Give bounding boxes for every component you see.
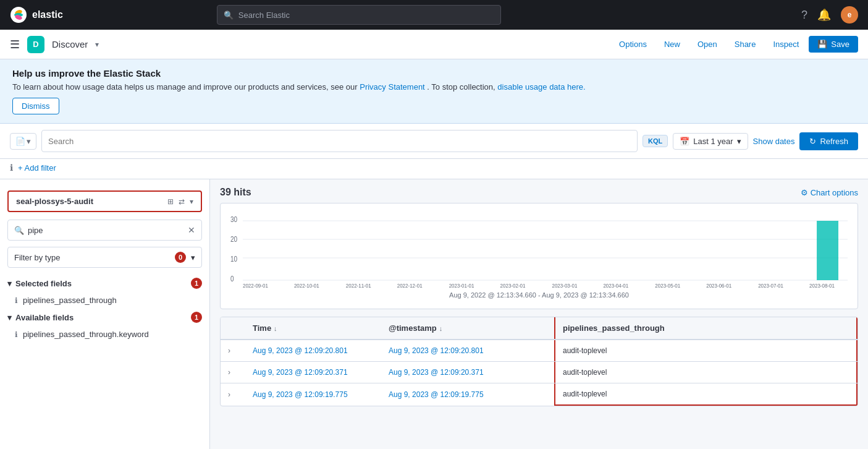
- field-search-wrapper[interactable]: 🔍 ✕: [7, 220, 202, 241]
- inspect-button[interactable]: Inspect: [765, 36, 806, 53]
- filter-type-count-badge: 0: [175, 252, 186, 263]
- query-language-selector[interactable]: 📄 ▾: [10, 133, 36, 150]
- time-value[interactable]: Aug 9, 2023 @ 12:09:20.371: [253, 368, 348, 377]
- chevron-down-icon: ▾: [27, 137, 31, 146]
- top-navigation: elastic 🔍 Search Elastic ? 🔔 e: [0, 0, 868, 30]
- svg-rect-12: [817, 221, 838, 280]
- available-fields-count-badge: 1: [191, 312, 202, 323]
- chevron-down-icon[interactable]: ▾: [190, 197, 193, 206]
- hits-count: 39 hits: [220, 187, 251, 198]
- available-fields-collapse-icon: ▾: [7, 313, 12, 322]
- td-expand[interactable]: ›: [221, 383, 245, 406]
- histogram-chart: 30 20 10 0 2022-09-01 2022-10-01 2022-11…: [220, 203, 858, 309]
- td-time: Aug 9, 2023 @ 12:09:20.371: [245, 362, 381, 383]
- td-time: Aug 9, 2023 @ 12:09:19.775: [245, 383, 381, 406]
- discover-label: Discover: [52, 39, 88, 49]
- filter-row: ℹ + Add filter: [0, 159, 868, 179]
- svg-text:2023-07-01: 2023-07-01: [758, 282, 783, 288]
- available-fields-section-header[interactable]: ▾ Available fields 1: [0, 308, 209, 327]
- improvement-banner: Help us improve the Elastic Stack To lea…: [0, 59, 868, 124]
- timestamp-sort-icon[interactable]: ↓: [439, 325, 443, 332]
- timestamp-value[interactable]: Aug 9, 2023 @ 12:09:19.775: [389, 390, 484, 399]
- field-info-icon: ℹ: [15, 330, 18, 339]
- pipelines-column-label: pipelines_passed_through: [563, 323, 665, 333]
- refresh-button[interactable]: ↻ Refresh: [799, 132, 858, 150]
- table-row: › Aug 9, 2023 @ 12:09:19.775 Aug 9, 2023…: [221, 383, 857, 406]
- banner-text: To learn about how usage data helps us m…: [12, 82, 856, 92]
- td-expand[interactable]: ›: [221, 362, 245, 383]
- refresh-label: Refresh: [820, 137, 848, 146]
- kql-badge[interactable]: KQL: [643, 135, 668, 147]
- svg-text:2022-09-01: 2022-09-01: [243, 282, 268, 288]
- discover-chevron-icon[interactable]: ▾: [95, 40, 99, 49]
- discover-badge: D: [27, 36, 44, 53]
- timestamp-value[interactable]: Aug 9, 2023 @ 12:09:20.371: [389, 368, 484, 377]
- show-dates-button[interactable]: Show dates: [753, 137, 795, 146]
- th-timestamp[interactable]: @timestamp ↓: [381, 317, 554, 339]
- index-pattern-name: seal-plossys-5-audit: [16, 197, 93, 206]
- chart-svg: 30 20 10 0 2022-09-01 2022-10-01 2022-11…: [230, 213, 848, 288]
- search-input-wrapper[interactable]: [41, 130, 638, 152]
- selected-fields-collapse-icon: ▾: [7, 279, 12, 288]
- global-search-bar[interactable]: 🔍 Search Elastic: [217, 5, 501, 25]
- filter-type-chevron-icon: ▾: [191, 253, 195, 262]
- options-button[interactable]: Options: [612, 36, 654, 53]
- time-picker[interactable]: 📅 Last 1 year ▾: [673, 133, 748, 150]
- hamburger-menu-icon[interactable]: ☰: [10, 38, 20, 51]
- expand-row-icon[interactable]: ›: [228, 368, 230, 377]
- svg-text:2023-03-01: 2023-03-01: [552, 282, 577, 288]
- filter-by-type[interactable]: Filter by type 0 ▾: [7, 247, 202, 268]
- add-filter-button[interactable]: + Add filter: [18, 163, 56, 173]
- index-pattern-selector[interactable]: seal-plossys-5-audit ⊞ ⇄ ▾: [7, 190, 202, 212]
- notification-icon[interactable]: 🔔: [817, 8, 831, 22]
- banner-text-before: To learn about how usage data helps us m…: [12, 82, 360, 92]
- expand-row-icon[interactable]: ›: [228, 346, 230, 355]
- time-value[interactable]: Aug 9, 2023 @ 12:09:19.775: [253, 390, 348, 399]
- th-time[interactable]: Time ↓: [245, 317, 381, 339]
- td-pipelines: audit-toplevel: [554, 383, 857, 406]
- field-name: pipelines_passed_through.keyword: [23, 330, 149, 339]
- available-fields-header-left: ▾ Available fields: [7, 313, 74, 322]
- elastic-wordmark: elastic: [32, 9, 63, 20]
- gear-icon: ⚙: [801, 188, 808, 197]
- table-header: Time ↓ @timestamp ↓ pipelines_passed_thr…: [221, 317, 857, 340]
- timestamp-value[interactable]: Aug 9, 2023 @ 12:09:20.801: [389, 346, 484, 355]
- svg-text:2022-11-01: 2022-11-01: [346, 282, 371, 288]
- new-button[interactable]: New: [657, 36, 688, 53]
- refresh-icon: ↻: [809, 137, 816, 146]
- save-button[interactable]: 💾 Save: [809, 36, 858, 53]
- help-icon[interactable]: ?: [801, 9, 807, 22]
- dismiss-button[interactable]: Dismiss: [12, 98, 59, 114]
- time-value[interactable]: Aug 9, 2023 @ 12:09:20.801: [253, 346, 348, 355]
- time-picker-chevron-icon: ▾: [737, 137, 741, 146]
- expand-row-icon[interactable]: ›: [228, 390, 230, 399]
- td-time: Aug 9, 2023 @ 12:09:20.801: [245, 340, 381, 361]
- search-input[interactable]: [48, 137, 631, 146]
- grid-view-icon[interactable]: ⊞: [167, 197, 174, 206]
- available-fields-label: Available fields: [15, 313, 74, 322]
- pipeline-value: audit-toplevel: [563, 346, 607, 355]
- timestamp-column-label: @timestamp: [389, 323, 437, 333]
- list-item[interactable]: ℹ pipelines_passed_through: [0, 293, 209, 308]
- user-avatar[interactable]: e: [841, 6, 858, 24]
- privacy-statement-link[interactable]: Privacy Statement: [360, 82, 425, 92]
- field-search-clear-icon[interactable]: ✕: [188, 225, 195, 235]
- filter-info-icon[interactable]: ℹ: [10, 163, 13, 173]
- svg-text:2023-06-01: 2023-06-01: [706, 282, 731, 288]
- share-button[interactable]: Share: [727, 36, 764, 53]
- results-table: Time ↓ @timestamp ↓ pipelines_passed_thr…: [220, 317, 858, 406]
- list-item[interactable]: ℹ pipelines_passed_through.keyword: [0, 327, 209, 342]
- td-expand[interactable]: ›: [221, 340, 245, 361]
- nav-actions: Options New Open Share Inspect 💾 Save: [612, 36, 858, 53]
- open-button[interactable]: Open: [690, 36, 725, 53]
- th-expand: [221, 317, 245, 339]
- field-search-input[interactable]: [28, 226, 184, 235]
- selected-fields-section-header[interactable]: ▾ Selected fields 1: [0, 274, 209, 293]
- disable-usage-link[interactable]: disable usage data here.: [497, 82, 585, 92]
- save-label: Save: [831, 40, 849, 49]
- hits-header: 39 hits ⚙ Chart options: [220, 187, 858, 198]
- chart-options-button[interactable]: ⚙ Chart options: [801, 188, 858, 197]
- swap-icon[interactable]: ⇄: [179, 197, 185, 206]
- selected-fields-header-left: ▾ Selected fields: [7, 279, 72, 288]
- time-sort-icon[interactable]: ↓: [274, 325, 277, 332]
